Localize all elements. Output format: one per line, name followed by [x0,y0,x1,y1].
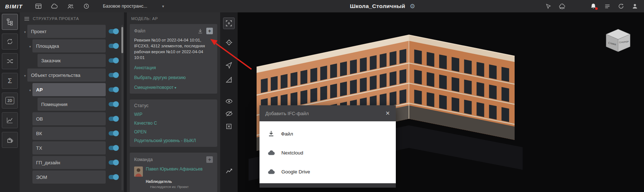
eye-icon [225,98,233,105]
stats-icon[interactable] [225,167,233,174]
tree-row: Проект [23,25,118,38]
tree-node-gp-dizayn[interactable]: ГП_дизайн [32,156,106,169]
avatar [134,166,143,177]
tree-node-pomeshcheniya[interactable]: Помещения [38,98,106,111]
hide-icon[interactable] [225,110,233,117]
status-open[interactable]: OPEN [134,129,213,134]
annotation-link[interactable]: Аннотация [134,65,213,70]
tree-node-ar[interactable]: АР [32,83,106,96]
visibility-toggle[interactable] [109,29,118,34]
download-icon[interactable] [197,28,203,34]
notification-dot [595,7,598,10]
menu-icon[interactable] [24,17,30,21]
structure-tree-icon[interactable] [2,14,18,30]
3d-viewport[interactable]: Слева Спереди Добавить IFC-файл Файл Nex… [238,12,644,192]
visibility-toggle[interactable] [109,175,118,179]
option-nextcloud[interactable]: Nextcloud [259,143,396,162]
sum-icon[interactable] [2,73,18,89]
section-box-icon[interactable] [225,123,233,130]
account-icon[interactable] [629,1,640,11]
ruler-icon [225,76,233,83]
visibility-toggle[interactable] [109,160,118,165]
tree-node-obekt[interactable]: Объект строительства [27,68,106,82]
navigation-arrow-icon [225,62,233,69]
tree-icon [6,18,13,26]
chart-line-icon [6,117,13,124]
tree-row: ОВ [23,112,118,125]
2d-view-icon[interactable] [2,93,18,109]
workspace-label: Базовое пространс... [103,4,147,9]
scrollbar-thumb[interactable] [121,27,123,53]
orbit-icon[interactable] [2,34,18,50]
cloud-share-icon [558,3,566,9]
tree-node-ploshchadka[interactable]: Площадка [32,39,106,52]
download-icon [268,130,275,137]
tree-node-label: АР [36,87,43,93]
visibility-toggle[interactable] [109,73,118,77]
status-card-title: Статус [134,103,213,108]
chevron-down-icon[interactable] [28,86,32,93]
left-rail [0,12,20,192]
tree-node-label: ЭОМ [36,175,47,180]
refresh-icon[interactable] [616,1,627,11]
cloud-icon[interactable] [49,1,60,11]
board-icon[interactable] [33,1,44,11]
gear-icon[interactable] [410,3,415,10]
list-icon[interactable] [602,1,613,11]
status-wip[interactable]: WIP [134,112,213,117]
model-panel-title: МОДЕЛЬ: АР [131,16,158,21]
visibility-toggle[interactable] [109,44,118,48]
navigate-icon[interactable] [225,62,233,69]
view-cube[interactable]: Слева Спереди [602,26,635,55]
topbar: BIMIT Базовое пространс... Школа_Столичн… [0,0,644,12]
visibility-toggle[interactable] [109,87,118,92]
history-icon [83,3,90,9]
tree-node-proekt[interactable]: Проект [27,25,106,38]
add-member-button[interactable] [206,156,213,163]
chevron-down-icon[interactable] [23,28,27,35]
add-file-button[interactable] [206,28,213,34]
dialog-body: Файл Nextcloud Google Drive [259,121,396,183]
focus-icon[interactable] [225,39,233,46]
choose-revision-link[interactable]: Выбрать другую ревизию [134,75,213,80]
option-google-drive[interactable]: Google Drive [259,162,396,181]
plugins-icon[interactable] [2,132,18,148]
tree-node-th[interactable]: ТХ [32,141,106,154]
team-icon[interactable] [65,1,76,11]
tree-node-label: ОВ [36,116,43,122]
workspace-selector[interactable]: Базовое пространс... [103,4,164,9]
connections-icon [6,58,13,65]
fit-view-icon[interactable] [223,17,235,29]
visibility-toggle[interactable] [109,146,118,150]
measure-icon[interactable] [225,76,233,83]
chevron-down-icon [173,85,176,90]
show-icon[interactable] [225,98,233,105]
tree-node-zakazchik[interactable]: Заказчик [38,54,106,67]
offset-rotate-link[interactable]: Смещение/поворот [134,85,213,90]
status-parent-level[interactable]: Родительский уровень - ВЫКЛ [134,138,213,143]
pointer-icon [545,3,551,9]
tree-node-vk[interactable]: ВК [32,127,106,140]
pointer-icon[interactable] [543,1,554,11]
orbit-icon [6,38,13,45]
charts-icon[interactable] [2,112,18,128]
tree-node-eom[interactable]: ЭОМ [32,171,106,184]
chevron-down-icon[interactable] [23,72,27,78]
visibility-toggle[interactable] [109,58,118,63]
close-icon[interactable] [385,110,390,117]
visibility-toggle[interactable] [109,131,118,136]
member-name[interactable]: Павел Юрьевич Афанасьев [146,166,203,177]
tree-row: ЭОМ [23,171,118,184]
chevron-down-icon[interactable] [28,43,32,49]
visibility-toggle[interactable] [109,117,118,121]
cloud-share-icon[interactable] [557,1,567,11]
connections-icon[interactable] [2,53,18,69]
status-quality[interactable]: Качество C [134,121,213,126]
history-icon[interactable] [81,1,92,11]
project-title: Школа_Столичный [350,3,405,9]
refresh-icon [618,3,624,9]
notifications-bell-icon[interactable] [588,1,599,11]
tree-node-ov[interactable]: ОВ [32,112,106,125]
visibility-toggle[interactable] [109,102,118,106]
option-file[interactable]: Файл [259,124,396,143]
